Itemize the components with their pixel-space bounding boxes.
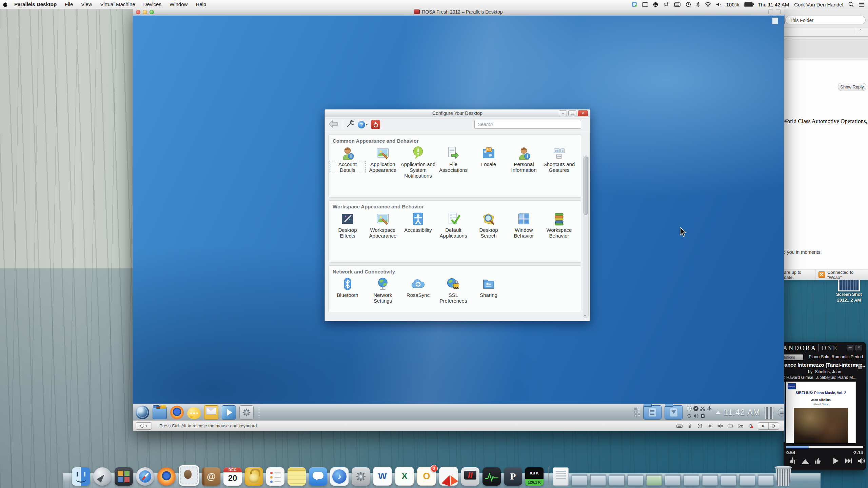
workspace-pager[interactable] — [634, 408, 640, 417]
info-tray-icon[interactable] — [686, 406, 692, 411]
settings-item-application-and-system-notifications[interactable]: Application and System Notifications — [400, 146, 436, 179]
kde-maximize-button[interactable] — [568, 110, 576, 116]
cd-device-icon[interactable] — [697, 423, 703, 429]
stations-button[interactable]: Stations — [784, 354, 803, 360]
settings-item-accessibility[interactable]: Accessibility — [400, 211, 436, 233]
dock-outlook-icon[interactable]: O2 — [417, 467, 436, 486]
dock-minimized-window[interactable] — [609, 474, 625, 486]
menu-help[interactable]: Help — [192, 0, 210, 9]
kde-minimize-button[interactable]: – — [559, 110, 567, 116]
dock-photos-icon[interactable] — [115, 467, 133, 486]
settings-item-network-settings[interactable]: Network Settings — [365, 277, 400, 304]
file-manager-icon[interactable] — [153, 407, 167, 419]
configure-wrench-icon[interactable] — [346, 120, 354, 130]
dock-minimized-window[interactable] — [646, 474, 662, 486]
search-input[interactable] — [474, 120, 581, 129]
settings-item-shortcuts-and-gestures[interactable]: CtrlCShiftShortcuts and Gestures — [541, 146, 577, 173]
coherence-icon[interactable] — [776, 9, 781, 14]
settings-item-desktop-search[interactable]: Desktop Search — [471, 211, 506, 239]
settings-item-account-details[interactable]: Account Details — [330, 146, 365, 173]
menu-parallels-desktop[interactable]: Parallels Desktop — [10, 0, 61, 9]
firefox-icon[interactable] — [170, 406, 184, 419]
back-button[interactable] — [328, 120, 338, 130]
volume-tray-icon[interactable] — [693, 413, 699, 419]
dock-activity-monitor-icon[interactable] — [482, 467, 501, 486]
dock-messages-icon[interactable] — [309, 467, 327, 486]
pandora-minimize-button[interactable]: ▬ — [847, 345, 853, 350]
dock-word-icon[interactable]: W — [373, 467, 392, 486]
settings-item-sharing[interactable]: Sharing — [471, 277, 506, 298]
menu-window[interactable]: Window — [165, 0, 192, 9]
dock-keychain-icon[interactable] — [245, 467, 263, 486]
dock-minimized-document[interactable] — [553, 467, 569, 486]
tray-expand-arrow[interactable] — [716, 408, 721, 414]
panel-handle[interactable] — [258, 407, 260, 418]
volume-menu-icon[interactable] — [716, 1, 721, 7]
network-device-icon[interactable] — [707, 423, 713, 429]
config-segment-button[interactable] — [768, 423, 779, 429]
settings-item-personal-information[interactable]: Personal Information — [506, 146, 541, 173]
minimize-tra-button[interactable] — [143, 10, 147, 14]
dock-minimized-window[interactable] — [590, 474, 606, 486]
mail-client-icon[interactable] — [204, 405, 218, 420]
dock-calendar-icon[interactable]: DEC20 — [223, 467, 242, 486]
show-reply-button[interactable]: Show Reply — [838, 83, 866, 91]
settings-item-locale[interactable]: A·ZLocale — [471, 146, 506, 167]
dock-minimized-window[interactable] — [702, 474, 718, 486]
vm-clock[interactable]: 11:42 AM — [724, 408, 760, 417]
dock-net-meter-icon[interactable]: 0.3 K126.1 K — [525, 467, 544, 486]
sound-device-icon[interactable] — [717, 423, 723, 429]
vm-desktop-notifier-icon[interactable] — [772, 18, 778, 24]
battery-icon[interactable] — [744, 1, 753, 7]
mail-folder-field[interactable]: This Folder — [785, 16, 866, 24]
dock-mail-icon[interactable] — [179, 465, 199, 486]
panel-settings-handle[interactable] — [778, 408, 784, 416]
dock-minimized-window[interactable] — [665, 474, 680, 486]
menu-devices[interactable]: Devices — [139, 0, 165, 9]
wifi-menu-icon[interactable] — [705, 1, 711, 7]
time-machine-menu-icon[interactable] — [686, 1, 691, 7]
desktop-file-screenshot[interactable]: Screen Shot 2012...2 AM — [830, 277, 868, 303]
dock-minimized-window[interactable] — [739, 474, 755, 486]
dock-launchpad-icon[interactable] — [93, 467, 112, 486]
vertical-scrollbar[interactable]: ▾ — [583, 156, 589, 318]
dock-pandora-app-icon[interactable]: P — [504, 467, 522, 486]
pandora-close-button[interactable]: ✕ — [855, 345, 862, 350]
settings-item-default-applications[interactable]: Default Applications — [436, 211, 471, 239]
settings-item-workspace-behavior[interactable]: Workspace Behavior — [541, 211, 577, 239]
dock-parallels-desktop-icon[interactable] — [461, 467, 479, 486]
dock-system-preferences-icon[interactable] — [352, 467, 370, 486]
downloads-folder-icon[interactable] — [665, 405, 683, 420]
settings-item-workspace-appearance[interactable]: Workspace Appearance — [365, 211, 400, 239]
scrollbar-thumb[interactable] — [584, 157, 588, 215]
dock-safari-icon[interactable] — [136, 467, 154, 486]
sync-tray-icon[interactable] — [686, 413, 692, 419]
app-circle-menu-icon[interactable] — [653, 1, 658, 7]
dock-minimized-window[interactable] — [758, 474, 774, 486]
scroll-down-arrow[interactable]: ▾ — [584, 314, 586, 317]
shared-folder-icon[interactable] — [737, 423, 744, 429]
menu-bar-user[interactable]: Cork Van Den Handel — [794, 2, 843, 7]
quit-button[interactable] — [371, 120, 380, 129]
progress-bar[interactable] — [786, 446, 863, 448]
zoom-tra-button[interactable] — [150, 10, 154, 14]
vm-power-button[interactable]: ▾ — [136, 422, 152, 430]
settings-item-desktop-effects[interactable]: Desktop Effects — [330, 211, 365, 239]
gear-alert-icon[interactable] — [748, 423, 754, 429]
documents-folder-icon[interactable] — [643, 405, 662, 420]
dock-minimized-window[interactable] — [628, 474, 643, 486]
dock-minimized-window[interactable] — [684, 474, 699, 486]
menu-file[interactable]: File — [61, 0, 77, 9]
keyboard-menu-icon[interactable] — [674, 1, 680, 7]
settings-item-file-associations[interactable]: File Associations — [436, 146, 471, 173]
rosa-launcher-icon[interactable] — [136, 406, 149, 419]
settings-item-window-behavior[interactable]: Window Behavior — [506, 211, 541, 239]
spotlight-icon[interactable] — [848, 1, 854, 7]
dock-acrobat-icon[interactable] — [439, 467, 458, 486]
notification-list-icon[interactable] — [859, 1, 864, 7]
dock-reminders-icon[interactable] — [266, 467, 284, 486]
settings-item-ssl-preferences[interactable]: SSL Preferences — [436, 277, 471, 304]
dock-minimized-window[interactable] — [572, 474, 587, 486]
dock-trash-icon[interactable] — [774, 465, 793, 486]
fullscreen-icon[interactable] — [768, 9, 773, 14]
